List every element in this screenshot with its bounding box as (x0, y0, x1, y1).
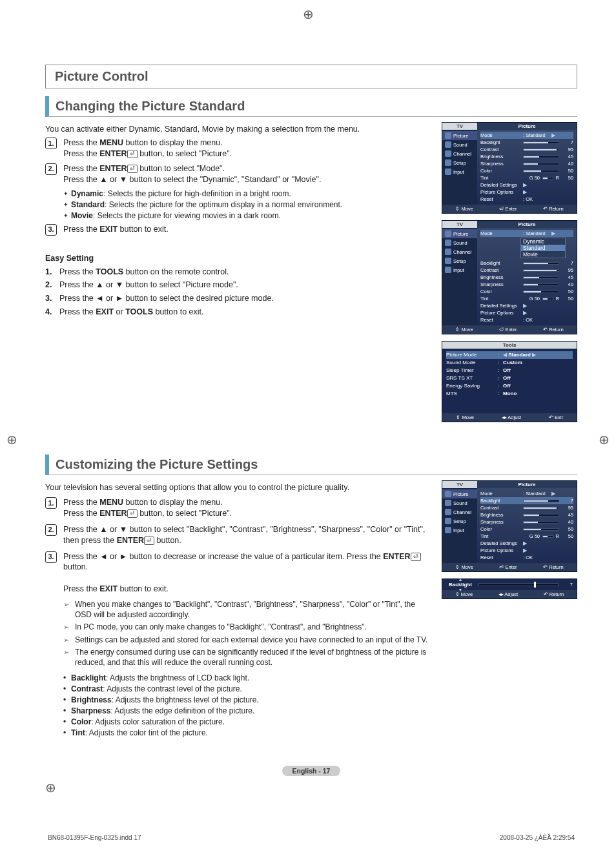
osd-row[interactable]: Color50 (480, 526, 573, 533)
tools-row[interactable]: Energy Saving:Off (446, 382, 573, 390)
tools-row[interactable]: Sound Mode:Custom (446, 359, 573, 367)
section2-notes: When you make changes to "Backlight", "C… (63, 600, 433, 668)
section2-columns: Your television has several setting opti… (45, 480, 577, 740)
osd-side-item[interactable]: Channel (442, 247, 477, 256)
osd-side-item[interactable]: Sound (442, 140, 477, 149)
osd-side-icon (445, 518, 451, 524)
osd-row[interactable]: Sharpness40 (480, 518, 573, 526)
osd-row[interactable]: Detailed Settings▶ (480, 302, 573, 309)
osd-dropdown-item[interactable]: Dynamic (521, 238, 565, 245)
osd-row[interactable]: Reset: OK (480, 196, 573, 203)
osd-slider[interactable] (542, 535, 553, 538)
tools-row[interactable]: MTS:Mono (446, 390, 573, 398)
osd-side-item[interactable]: Setup (442, 256, 477, 265)
definition-item: Tint: Adjusts the color tint of the pict… (63, 728, 433, 737)
osd-side-item[interactable]: Sound (442, 238, 477, 247)
osd-row[interactable]: Backlight7 (480, 497, 573, 504)
section2-steps: 1.Press the MENU button to display the m… (45, 497, 433, 595)
osd-row[interactable]: TintG 50R50 (480, 174, 573, 181)
osd-side-item[interactable]: Input (442, 167, 477, 176)
osd-side-item[interactable]: Picture (442, 131, 477, 140)
osd-side-item[interactable]: Setup (442, 158, 477, 167)
step: 3.Press the ◄ or ► button to decrease or… (45, 551, 433, 595)
osd-side-item[interactable]: Input (442, 526, 477, 535)
osd-slider[interactable] (542, 298, 553, 300)
osd-row[interactable]: Brightness45 (480, 511, 573, 518)
osd-row[interactable]: Color50 (480, 288, 573, 295)
osd-slider[interactable] (523, 148, 559, 151)
osd-row[interactable]: Mode: Standard▶ (480, 230, 573, 237)
registration-mark-bottom: ⊕ (45, 780, 577, 795)
osd-footer-item: ⏎ Enter (499, 327, 517, 332)
osd-slider[interactable] (523, 283, 559, 286)
osd-slider[interactable] (523, 507, 559, 509)
tools-row[interactable]: Picture Mode:◀ Standard ▶ (446, 351, 573, 359)
osd-side-item[interactable]: Sound (442, 498, 477, 507)
osd-dropdown-item[interactable]: Movie (521, 251, 565, 258)
osd-row[interactable]: Reset: OK (480, 316, 573, 323)
osd-row[interactable]: Contrast95 (480, 267, 573, 274)
osd-row[interactable]: Color50 (480, 167, 573, 174)
osd-row[interactable]: Contrast95 (480, 504, 573, 511)
osd-slider[interactable] (523, 514, 559, 517)
osd-slider[interactable] (523, 269, 559, 272)
osd-slider[interactable] (523, 141, 559, 144)
osd-row[interactable]: TintG 50R50 (480, 533, 573, 540)
osd-side-item[interactable]: Picture (442, 229, 477, 238)
tools-row[interactable]: Sleep Timer:Off (446, 367, 573, 374)
osd-row[interactable]: Backlight7 (480, 260, 573, 267)
note-item: Settings can be adjusted and stored for … (63, 635, 433, 646)
osd-row[interactable]: Picture Options▶ (480, 189, 573, 196)
osd-side-item[interactable]: Channel (442, 149, 477, 158)
osd-slider[interactable] (523, 170, 559, 172)
tools-row[interactable]: SRS TS XT:Off (446, 374, 573, 382)
osd-tv-label: TV (442, 123, 477, 130)
osd-side-item[interactable]: Setup (442, 517, 477, 526)
page: Picture Control Changing the Picture Sta… (0, 0, 616, 849)
osd-slider[interactable] (523, 276, 559, 279)
page-title-box: Picture Control (45, 65, 577, 88)
osd-row[interactable]: Detailed Settings▶ (480, 181, 573, 189)
osd-row[interactable]: Mode: Standard▶ (480, 490, 573, 497)
section2-definitions: Backlight: Adjusts the brightness of LCD… (63, 673, 433, 737)
osd-slider[interactable] (523, 156, 559, 158)
osd-row[interactable]: Sharpness40 (480, 160, 573, 167)
osd-row[interactable]: Detailed Settings▶ (480, 540, 573, 547)
osd-row[interactable]: Contrast95 (480, 146, 573, 153)
osd-row[interactable]: Brightness45 (480, 274, 573, 281)
osd-slider[interactable] (523, 521, 559, 524)
osd-row[interactable]: Mode: Standard▶ (480, 132, 573, 139)
section-heading-2: Customizing the Picture Settings (45, 455, 577, 475)
osd-slider[interactable] (523, 500, 559, 502)
osd-side-item[interactable]: Picture (442, 489, 477, 498)
osd-side-item[interactable]: Channel (442, 507, 477, 517)
osd-slider[interactable] (523, 163, 559, 165)
osd-side-icon (445, 500, 451, 506)
osd-row[interactable]: Brightness45 (480, 153, 573, 160)
osd-slider[interactable] (523, 291, 559, 293)
footer-file: BN68-01395F-Eng-0325.indd 17 (48, 834, 141, 841)
osd-main: Mode: Standard▶DynamicStandardMovieBackl… (477, 228, 577, 325)
osd-row[interactable]: Picture Options▶ (480, 547, 573, 554)
osd-row[interactable]: TintG 50R50 (480, 295, 573, 302)
osd-slider[interactable] (542, 177, 553, 179)
osd-row[interactable]: Picture Options▶ (480, 309, 573, 316)
osd-side-icon (445, 169, 451, 175)
osd-slider[interactable] (523, 262, 559, 265)
step-1: 1. Press the MENU button to display the … (45, 138, 433, 159)
osd-side-item[interactable]: Input (442, 265, 477, 274)
arrow-right-icon: ▶ (523, 547, 527, 554)
osd-side-icon (445, 509, 451, 515)
osd-row[interactable]: Sharpness40 (480, 281, 573, 288)
page-number-badge: English - 17 (45, 766, 577, 776)
osd-row[interactable]: Reset: OK (480, 554, 573, 561)
osd-row[interactable]: Backlight7 (480, 139, 573, 146)
step-2: 2. Press the ENTER⏎ button to select "Mo… (45, 163, 433, 185)
backlight-slider[interactable] (478, 583, 559, 586)
osd-panel: TVPicturePictureSoundChannelSetupInputMo… (442, 122, 577, 214)
osd-main: Mode: Standard▶Backlight7Contrast95Brigh… (477, 488, 577, 563)
section1-intro: You can activate either Dynamic, Standar… (45, 125, 433, 134)
osd-slider[interactable] (523, 528, 559, 531)
enter-icon: ⏎ (127, 150, 138, 158)
osd-dropdown-item[interactable]: Standard (521, 245, 565, 251)
